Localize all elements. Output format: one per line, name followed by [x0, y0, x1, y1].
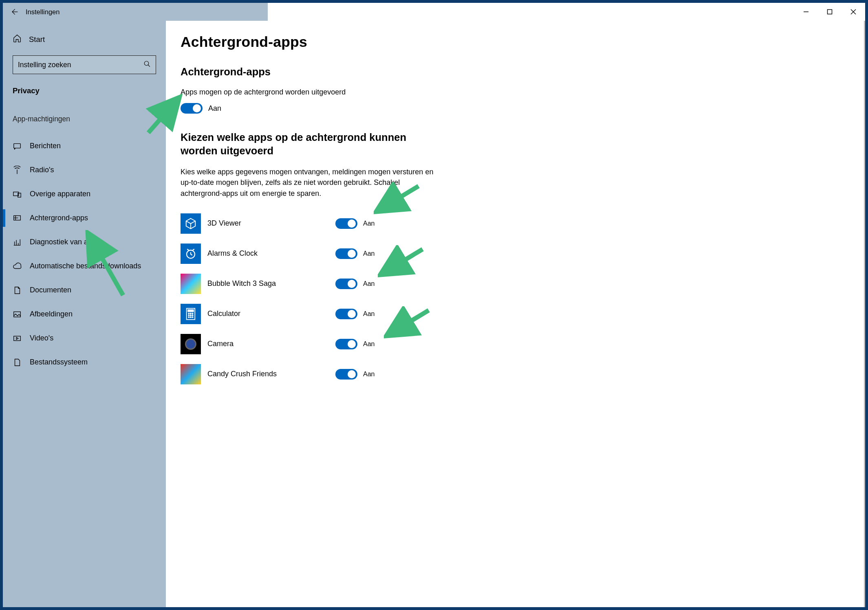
app-toggle-bubblewitch[interactable]	[335, 279, 357, 289]
window-controls	[794, 3, 865, 21]
nav-item-diagnostiek[interactable]: Diagnostiek van apps	[3, 230, 166, 254]
category-label: Privacy	[3, 81, 166, 108]
picture-icon	[13, 310, 22, 319]
nav-list: Berichten Radio's Overige apparaten Acht…	[3, 134, 166, 374]
svg-point-18	[192, 313, 193, 314]
svg-point-22	[188, 317, 189, 318]
section-title: Achtergrond-apps	[181, 66, 850, 78]
home-button[interactable]: Start	[3, 28, 166, 50]
svg-rect-1	[828, 10, 832, 14]
search-icon	[143, 60, 151, 70]
cube-icon	[185, 217, 197, 230]
app-toggle-camera[interactable]	[335, 339, 357, 349]
app-row-candycrush: Candy Crush Friends Aan	[181, 359, 409, 389]
app-name: Camera	[207, 340, 329, 348]
app-icon-alarms	[181, 244, 201, 264]
app-name: 3D Viewer	[207, 219, 329, 228]
scrollbar[interactable]	[864, 21, 865, 607]
svg-point-4	[144, 61, 149, 66]
window-title: Instellingen	[26, 8, 59, 16]
svg-rect-11	[14, 312, 21, 317]
svg-line-5	[148, 65, 150, 67]
bgapps-icon	[13, 214, 22, 223]
svg-point-24	[192, 317, 193, 318]
nav-item-label: Bestandssysteem	[30, 358, 88, 366]
maximize-button[interactable]	[818, 3, 842, 21]
content-pane: Achtergrond-apps Achtergrond-apps Apps m…	[166, 21, 865, 607]
nav-item-achtergrond-apps[interactable]: Achtergrond-apps	[3, 206, 166, 230]
choose-title: Kiezen welke apps op de achtergrond kunn…	[181, 131, 425, 158]
sidebar: Start Privacy App-machtigingen Berichten	[3, 21, 166, 607]
document-icon	[13, 286, 22, 295]
nav-item-label: Video's	[30, 334, 53, 342]
nav-item-documenten[interactable]: Documenten	[3, 278, 166, 302]
nav-item-videos[interactable]: Video's	[3, 326, 166, 350]
nav-item-bestandssysteem[interactable]: Bestandssysteem	[3, 350, 166, 374]
clock-icon	[185, 248, 197, 260]
app-name: Bubble Witch 3 Saga	[207, 279, 329, 288]
radio-icon	[13, 166, 22, 175]
nav-item-radios[interactable]: Radio's	[3, 158, 166, 182]
titlebar: Instellingen	[3, 3, 865, 21]
svg-point-21	[192, 315, 193, 316]
search-input[interactable]	[18, 61, 143, 69]
app-toggle-3dviewer[interactable]	[335, 218, 357, 229]
app-name: Calculator	[207, 309, 329, 318]
toggle-label: Aan	[363, 340, 375, 348]
svg-point-20	[190, 315, 191, 316]
nav-item-label: Achtergrond-apps	[30, 214, 88, 222]
nav-item-overige-apparaten[interactable]: Overige apparaten	[3, 182, 166, 206]
minimize-button[interactable]	[794, 3, 818, 21]
svg-point-17	[190, 313, 191, 314]
master-toggle[interactable]	[181, 103, 203, 114]
section-label: App-machtigingen	[3, 108, 166, 134]
nav-item-auto-downloads[interactable]: Automatische bestandsdownloads	[3, 254, 166, 278]
nav-item-label: Automatische bestandsdownloads	[30, 262, 141, 270]
nav-item-label: Overige apparaten	[30, 190, 90, 198]
choose-description: Kies welke apps gegevens mogen ontvangen…	[181, 167, 441, 198]
app-toggle-alarms[interactable]	[335, 248, 357, 259]
home-label: Start	[29, 35, 45, 44]
cloud-icon	[13, 262, 22, 271]
nav-item-label: Diagnostiek van apps	[30, 238, 100, 246]
app-icon-bubblewitch	[181, 274, 201, 294]
nav-item-label: Afbeeldingen	[30, 310, 73, 318]
calculator-icon	[185, 307, 196, 320]
svg-rect-15	[188, 309, 194, 312]
close-button[interactable]	[842, 3, 865, 21]
allow-description: Apps mogen op de achtergrond worden uitg…	[181, 87, 441, 97]
nav-item-berichten[interactable]: Berichten	[3, 134, 166, 158]
app-row-alarms: Alarms & Clock Aan	[181, 239, 409, 269]
minimize-icon	[803, 9, 809, 15]
chart-icon	[13, 238, 22, 247]
svg-point-23	[190, 317, 191, 318]
settings-window: Instellingen Start	[2, 2, 866, 608]
video-icon	[13, 334, 22, 343]
app-icon-candycrush	[181, 364, 201, 384]
svg-rect-6	[14, 143, 21, 148]
page-title: Achtergrond-apps	[181, 34, 850, 50]
app-name: Alarms & Clock	[207, 249, 329, 258]
devices-icon	[13, 190, 22, 199]
back-button[interactable]	[3, 3, 26, 21]
nav-item-afbeeldingen[interactable]: Afbeeldingen	[3, 302, 166, 326]
app-toggle-candycrush[interactable]	[335, 369, 357, 380]
toggle-label: Aan	[363, 371, 375, 378]
app-icon-camera	[181, 334, 201, 354]
close-icon	[850, 9, 857, 15]
app-icon-3dviewer	[181, 213, 201, 234]
svg-point-19	[188, 315, 189, 316]
message-icon	[13, 142, 22, 151]
maximize-icon	[827, 9, 833, 15]
app-name: Candy Crush Friends	[207, 370, 329, 378]
app-icon-calculator	[181, 304, 201, 324]
svg-rect-9	[18, 193, 21, 197]
app-list: 3D Viewer Aan Alarms & Clock Aan	[181, 208, 850, 389]
app-toggle-calculator[interactable]	[335, 309, 357, 319]
search-box[interactable]	[13, 55, 156, 74]
app-row-3dviewer: 3D Viewer Aan	[181, 208, 409, 239]
nav-item-label: Berichten	[30, 142, 61, 150]
app-row-camera: Camera Aan	[181, 329, 409, 359]
master-toggle-label: Aan	[208, 104, 221, 113]
app-row-bubblewitch: Bubble Witch 3 Saga Aan	[181, 269, 409, 299]
